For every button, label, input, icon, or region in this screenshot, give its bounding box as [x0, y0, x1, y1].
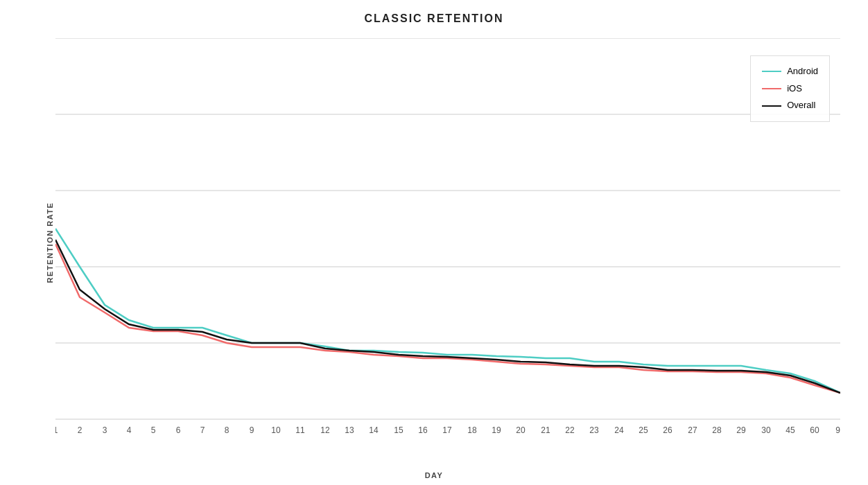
- svg-text:10: 10: [271, 425, 281, 435]
- legend-ios: iOS: [762, 80, 818, 98]
- svg-text:15: 15: [394, 425, 403, 435]
- chart-container: CLASSIC RETENTION RETENTION RATE DAY 50%…: [0, 0, 868, 485]
- svg-text:18: 18: [467, 425, 477, 435]
- svg-text:12: 12: [320, 425, 330, 435]
- svg-text:3: 3: [103, 425, 107, 435]
- android-legend-line: [762, 71, 781, 72]
- svg-text:25: 25: [639, 425, 648, 435]
- svg-text:90: 90: [835, 425, 840, 435]
- svg-text:21: 21: [541, 425, 550, 435]
- svg-text:26: 26: [663, 425, 672, 435]
- svg-text:23: 23: [589, 425, 599, 435]
- overall-legend-line: [762, 105, 781, 107]
- svg-text:24: 24: [614, 425, 624, 435]
- svg-text:30: 30: [761, 425, 771, 435]
- svg-text:27: 27: [688, 425, 697, 435]
- android-label: Android: [787, 63, 818, 80]
- svg-text:60: 60: [810, 425, 819, 435]
- svg-text:45: 45: [785, 425, 795, 435]
- svg-text:19: 19: [492, 425, 501, 435]
- legend-overall: Overall: [762, 97, 818, 114]
- legend-android: Android: [762, 63, 818, 80]
- svg-text:5: 5: [151, 425, 156, 435]
- ios-legend-line: [762, 88, 781, 89]
- retention-chart: 50% 40% 30% 20% 10% 0% 1 2 3 4 5 6 7 8 9…: [55, 38, 840, 436]
- svg-text:22: 22: [565, 425, 575, 435]
- svg-text:28: 28: [712, 425, 722, 435]
- chart-legend: Android iOS Overall: [750, 55, 830, 122]
- svg-text:11: 11: [295, 425, 305, 435]
- svg-text:20: 20: [516, 425, 526, 435]
- y-axis-label: RETENTION RATE: [46, 202, 54, 283]
- android-line: [55, 229, 840, 393]
- x-axis-label: DAY: [0, 471, 868, 479]
- svg-text:14: 14: [369, 425, 379, 435]
- svg-text:9: 9: [250, 425, 254, 435]
- overall-line: [55, 240, 840, 393]
- svg-text:17: 17: [442, 425, 452, 435]
- svg-text:13: 13: [345, 425, 354, 435]
- chart-title: CLASSIC RETENTION: [0, 0, 868, 25]
- svg-text:7: 7: [200, 425, 205, 435]
- svg-text:8: 8: [225, 425, 229, 435]
- svg-text:16: 16: [418, 425, 428, 435]
- ios-label: iOS: [787, 80, 802, 98]
- svg-text:1: 1: [55, 425, 58, 435]
- svg-text:4: 4: [127, 425, 132, 435]
- svg-text:29: 29: [736, 425, 746, 435]
- chart-area: 50% 40% 30% 20% 10% 0% 1 2 3 4 5 6 7 8 9…: [55, 38, 840, 436]
- overall-label: Overall: [787, 97, 815, 114]
- svg-text:6: 6: [176, 425, 181, 435]
- svg-text:2: 2: [78, 425, 83, 435]
